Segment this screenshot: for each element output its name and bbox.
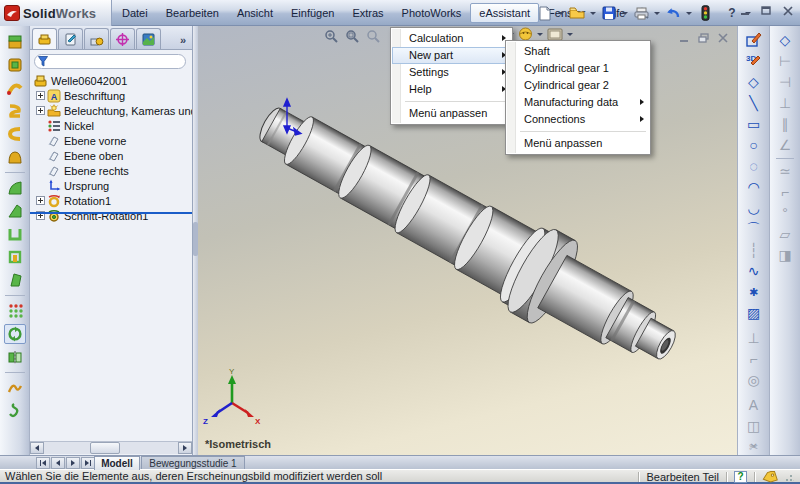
- menu-item-menue-anpassen[interactable]: Menü anpassen: [392, 105, 511, 122]
- configurationmanager-tab[interactable]: [84, 28, 109, 49]
- panel-tabs-overflow[interactable]: »: [180, 34, 190, 49]
- linear-pattern-icon[interactable]: [4, 301, 26, 321]
- submenu-item-cylindrical-gear-1[interactable]: Cylindrical gear 1: [507, 60, 649, 77]
- next-tab-button[interactable]: [66, 457, 80, 469]
- centerline-icon[interactable]: ┆: [744, 241, 764, 260]
- scroll-right-button[interactable]: [178, 442, 192, 454]
- tree-item-ebene-rechts[interactable]: Ebene rechts: [30, 163, 192, 178]
- quick-tips-help-icon[interactable]: ?: [734, 471, 747, 483]
- submenu-item-manufacturing-data[interactable]: Manufacturing data: [507, 94, 649, 111]
- panel-horizontal-scrollbar[interactable]: [30, 441, 192, 454]
- dome-icon[interactable]: [4, 147, 26, 167]
- half-section-icon[interactable]: ◨: [775, 246, 795, 265]
- tangent-arc-icon[interactable]: ◡: [744, 199, 764, 218]
- rollback-bar[interactable]: [30, 212, 192, 214]
- text-icon[interactable]: A: [744, 396, 764, 415]
- line-icon[interactable]: ╲: [744, 94, 764, 113]
- tree-item-nickel[interactable]: Nickel: [30, 118, 192, 133]
- spline-icon[interactable]: ∿: [744, 262, 764, 281]
- menu-bearbeiten[interactable]: Bearbeiten: [157, 3, 228, 23]
- submenu-item-connections[interactable]: Connections: [507, 111, 649, 128]
- appearance-caret[interactable]: [537, 33, 543, 36]
- tree-item-ebene-oben[interactable]: Ebene oben: [30, 148, 192, 163]
- menu-ansicht[interactable]: Ansicht: [228, 3, 282, 23]
- horizontal-dimension-icon[interactable]: ⊢: [775, 52, 795, 71]
- lofted-boss-icon[interactable]: [4, 101, 26, 121]
- menu-item-help[interactable]: Help: [392, 81, 511, 98]
- tag-icon[interactable]: [762, 471, 778, 483]
- save-caret[interactable]: [622, 12, 628, 15]
- geometric-relation-icon[interactable]: ≃: [775, 162, 795, 181]
- centerpoint-arc-icon[interactable]: ◠: [744, 178, 764, 197]
- tree-item-beschriftung[interactable]: A Beschriftung: [30, 88, 192, 103]
- vertical-dimension-icon[interactable]: ⊣: [775, 73, 795, 92]
- tree-filter[interactable]: [34, 54, 186, 69]
- scene-caret[interactable]: [567, 33, 573, 36]
- auto-relation-icon[interactable]: ⌐: [775, 183, 795, 202]
- featuremanager-tab[interactable]: [32, 28, 57, 49]
- smart-dimension-icon[interactable]: ◇: [744, 73, 764, 92]
- zoom-to-fit-icon[interactable]: [324, 29, 339, 44]
- zoom-in-out-icon[interactable]: [366, 29, 381, 44]
- expand-icon[interactable]: [36, 91, 45, 100]
- point-icon[interactable]: ✱: [744, 283, 764, 302]
- menu-item-calculation[interactable]: Calculation: [392, 30, 511, 47]
- previous-tab-button[interactable]: [51, 457, 65, 469]
- save-icon[interactable]: [600, 4, 618, 22]
- rebuild-traffic-light-icon[interactable]: [696, 4, 714, 22]
- perimeter-circle-icon[interactable]: ◌: [744, 157, 764, 176]
- displaymanager-tab[interactable]: [136, 28, 161, 49]
- fillet-icon[interactable]: [4, 178, 26, 198]
- tree-item-ursprung[interactable]: Ursprung: [30, 178, 192, 193]
- shell-icon[interactable]: [4, 224, 26, 244]
- expand-icon[interactable]: [36, 196, 45, 205]
- app-minimize-button[interactable]: [739, 5, 752, 17]
- first-tab-button[interactable]: [36, 457, 50, 469]
- menu-item-new-part[interactable]: New part: [392, 47, 511, 64]
- undo-caret[interactable]: [686, 12, 692, 15]
- tree-root[interactable]: Welle06042001: [30, 73, 192, 88]
- open-caret[interactable]: [590, 12, 596, 15]
- menu-item-settings[interactable]: Settings: [392, 64, 511, 81]
- scroll-left-button[interactable]: [30, 442, 44, 454]
- tree-item-rotation1[interactable]: Rotation1: [30, 193, 192, 208]
- boundary-boss-icon[interactable]: [4, 124, 26, 144]
- swept-boss-icon[interactable]: [4, 78, 26, 98]
- propertymanager-tab[interactable]: [58, 28, 83, 49]
- scrollbar-track[interactable]: [44, 442, 178, 454]
- mirror-icon[interactable]: [4, 347, 26, 367]
- tab-bewegungsstudie-1[interactable]: Bewegungsstudie 1: [141, 456, 245, 470]
- make-perpendicular-icon[interactable]: ⊥: [744, 329, 764, 348]
- submenu-item-cylindrical-gear-2[interactable]: Cylindrical gear 2: [507, 77, 649, 94]
- menu-extras[interactable]: Extras: [343, 3, 392, 23]
- zoom-to-area-icon[interactable]: [345, 29, 360, 44]
- appearance-icon[interactable]: [518, 27, 533, 41]
- rib-icon[interactable]: [4, 247, 26, 267]
- parallelogram-dimension-icon[interactable]: ▱: [775, 225, 795, 244]
- submenu-item-menue-anpassen[interactable]: Menü anpassen: [507, 135, 649, 152]
- chamfer-icon[interactable]: [4, 201, 26, 221]
- toolbar-more-chevron-icon[interactable]: ⌄: [744, 433, 764, 452]
- menu-eassistant[interactable]: eAssistant: [470, 3, 539, 23]
- resize-grip[interactable]: [785, 472, 794, 481]
- helix-icon[interactable]: [4, 401, 26, 421]
- undo-icon[interactable]: [664, 4, 682, 22]
- extruded-boss-icon[interactable]: [4, 32, 26, 52]
- submenu-item-shaft[interactable]: Shaft: [507, 43, 649, 60]
- expand-icon[interactable]: [36, 106, 45, 115]
- circular-pattern-icon[interactable]: [4, 324, 26, 344]
- sketch-icon[interactable]: [744, 31, 764, 50]
- dimxpertmanager-tab[interactable]: [110, 28, 135, 49]
- revolved-boss-icon[interactable]: [4, 55, 26, 75]
- new-document-caret[interactable]: [558, 12, 564, 15]
- rectangle-icon[interactable]: ▭: [744, 115, 764, 134]
- tab-modell[interactable]: Modell: [94, 456, 140, 470]
- curves-icon[interactable]: [4, 378, 26, 398]
- doc-minimize-button[interactable]: [680, 29, 689, 47]
- baseline-dimension-icon[interactable]: ∥: [775, 115, 795, 134]
- app-restore-button[interactable]: [760, 5, 773, 17]
- scrollbar-thumb[interactable]: [90, 442, 120, 454]
- three-point-arc-icon[interactable]: ⌒: [744, 220, 764, 239]
- app-close-button[interactable]: [781, 5, 794, 17]
- last-tab-button[interactable]: [81, 457, 95, 469]
